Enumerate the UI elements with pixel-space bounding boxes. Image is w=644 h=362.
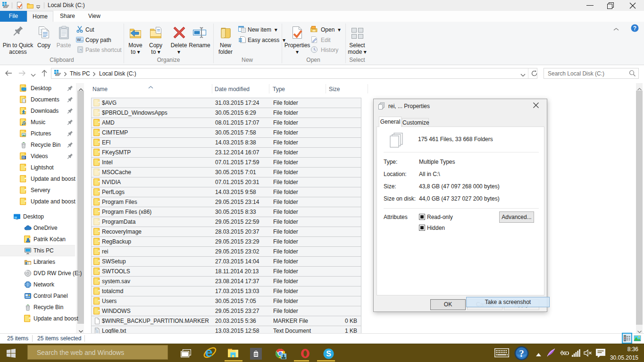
svg-text:?: ? [519, 348, 524, 359]
svg-text:S: S [326, 350, 331, 358]
svg-text:?: ? [633, 25, 636, 32]
svg-text:W...: W... [77, 37, 84, 42]
